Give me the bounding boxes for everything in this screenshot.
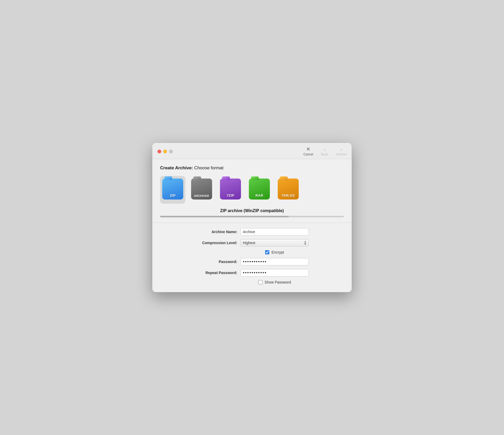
password-row: Password: <box>160 258 344 265</box>
archive-icon: › <box>340 146 342 152</box>
targz-icon: TAR.GZ <box>278 178 299 202</box>
format-targz[interactable]: TAR.GZ <box>276 176 301 204</box>
show-password-row: Show Password <box>205 280 344 284</box>
form-section: Archive Name: Compression Level: Fastest… <box>160 228 344 284</box>
compression-level-select[interactable]: Fastest Fast Normal High Highest <box>240 239 309 247</box>
titlebar: ✕ Cancel ‹ Back › Archive <box>152 143 352 159</box>
repeat-password-label: Repeat Password: <box>195 271 237 275</box>
archive-name-label: Archive Name: <box>195 230 237 234</box>
format-rar[interactable]: RAR <box>247 176 272 204</box>
archive-button[interactable]: › Archive <box>336 146 346 156</box>
progress-bar-fill <box>160 216 289 217</box>
password-label: Password: <box>195 260 237 264</box>
encrypt-label[interactable]: Encrypt <box>271 250 284 254</box>
archive-label: Archive <box>336 153 346 156</box>
archive-name-input[interactable] <box>240 228 309 235</box>
archiver-icon: ARCHIVER <box>191 178 212 202</box>
selected-format-name: ZIP archive (WinZIP compatible) <box>160 208 344 213</box>
encrypt-checkbox[interactable] <box>265 250 269 254</box>
traffic-lights <box>158 150 173 153</box>
cancel-label: Cancel <box>303 153 313 156</box>
main-content: Create Archive: Choose format ZIP ARCHIV… <box>152 159 352 292</box>
main-window: ✕ Cancel ‹ Back › Archive Create Archive… <box>152 143 352 292</box>
section-title: Create Archive: Choose format <box>160 165 344 171</box>
compression-select-wrapper: Fastest Fast Normal High Highest ▲ ▼ <box>240 239 309 247</box>
compression-level-label: Compression Level: <box>195 241 237 245</box>
section-title-bold: Create Archive: <box>160 165 193 170</box>
format-zip[interactable]: ZIP <box>160 176 185 204</box>
rar-icon: RAR <box>249 178 270 202</box>
divider <box>152 223 352 223</box>
repeat-password-input[interactable] <box>240 269 309 276</box>
show-password-checkbox[interactable] <box>258 280 262 284</box>
nav-buttons: ✕ Cancel ‹ Back › Archive <box>303 146 346 156</box>
encrypt-row: Encrypt <box>205 250 344 254</box>
zoom-button[interactable] <box>169 150 173 153</box>
repeat-password-row: Repeat Password: <box>160 269 344 276</box>
back-button[interactable]: ‹ Back <box>321 146 328 156</box>
password-input[interactable] <box>240 258 309 265</box>
format-archiver[interactable]: ARCHIVER <box>189 176 214 204</box>
cancel-button[interactable]: ✕ Cancel <box>303 146 313 156</box>
cancel-icon: ✕ <box>306 146 311 152</box>
archive-name-row: Archive Name: <box>160 228 344 235</box>
format-icons-row: ZIP ARCHIVER 7ZIP <box>160 176 344 204</box>
progress-bar <box>160 216 344 217</box>
back-icon: ‹ <box>324 146 326 152</box>
show-password-label[interactable]: Show Password <box>265 280 291 284</box>
close-button[interactable] <box>158 150 161 153</box>
section-title-normal: Choose format <box>193 165 223 170</box>
minimize-button[interactable] <box>163 150 167 153</box>
7zip-icon: 7ZIP <box>220 178 241 202</box>
zip-icon: ZIP <box>162 178 183 202</box>
back-label: Back <box>321 153 328 156</box>
compression-level-row: Compression Level: Fastest Fast Normal H… <box>160 239 344 247</box>
format-7zip[interactable]: 7ZIP <box>218 176 243 204</box>
